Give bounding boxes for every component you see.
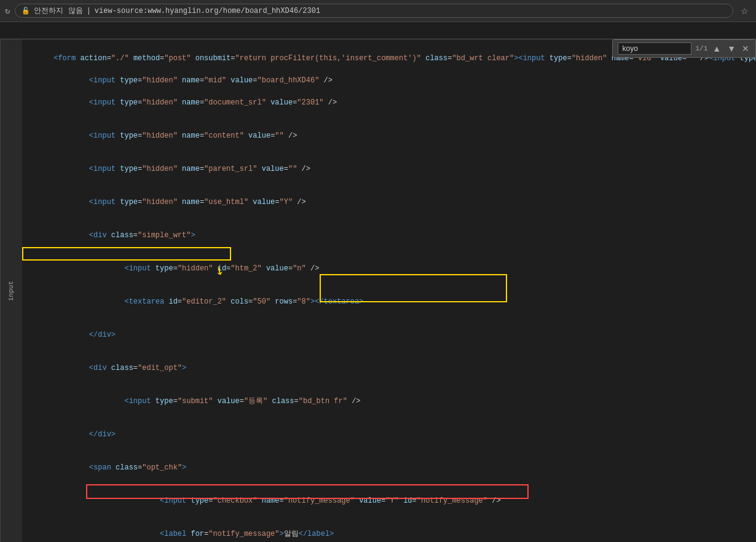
find-count: 1/1 <box>695 44 707 54</box>
bookmark-button[interactable]: ☆ <box>738 5 751 17</box>
find-input[interactable] <box>618 42 691 55</box>
reload-icon[interactable]: ↻ <box>5 6 10 16</box>
browser-chrome: ↻ 🔓 안전하지 않음 | view-source:www.hyanglin.o… <box>0 0 756 22</box>
address-separator: | <box>87 7 91 15</box>
source-line-15: <input type="checkbox" name="notify_mess… <box>22 484 756 517</box>
address-text: view-source:www.hyanglin.org/home/board_… <box>95 7 320 15</box>
security-icon: 🔓 <box>22 7 30 15</box>
find-next-button[interactable]: ▼ <box>726 44 737 53</box>
source-line-16: <label for="notify_message">알림</label> <box>22 517 756 542</box>
address-bar-row <box>0 22 756 39</box>
source-line-8: <input type="hidden" id="htm_2" value="n… <box>22 252 756 285</box>
source-line-6: <input type="hidden" name="use_html" val… <box>22 186 756 219</box>
source-line-12: <input type="submit" value="등록" class="b… <box>22 385 756 418</box>
find-close-button[interactable]: ✕ <box>741 44 750 53</box>
source-line-11: <div class="edit_opt"> <box>22 352 756 385</box>
source-line-2: <input type="hidden" name="mid" value="b… <box>22 64 756 86</box>
source-content: <form action="./" method="post" onsubmit… <box>22 42 756 542</box>
browser-actions: ☆ <box>738 5 751 17</box>
security-label: 안전하지 않음 <box>34 6 82 16</box>
source-line-5: <input type="hidden" name="parent_srl" v… <box>22 152 756 186</box>
left-tab-input: input <box>0 39 22 542</box>
source-line-3: <input type="hidden" name="document_srl"… <box>22 86 756 119</box>
source-line-7: <div class="simple_wrt"> <box>22 219 756 252</box>
source-line-14: <span class="opt_chk"> <box>22 451 756 484</box>
source-line-9: <textarea id="editor_2" cols="50" rows="… <box>22 285 756 318</box>
source-line-10: </div> <box>22 318 756 352</box>
source-line-4: <input type="hidden" name="content" valu… <box>22 119 756 152</box>
find-prev-button[interactable]: ▲ <box>711 44 722 53</box>
source-line-13: </div> <box>22 418 756 451</box>
find-bar: 1/1 ▲ ▼ ✕ <box>612 39 756 58</box>
source-view: 1/1 ▲ ▼ ✕ input <form action="./" method… <box>0 39 756 542</box>
address-bar[interactable]: 🔓 안전하지 않음 | view-source:www.hyanglin.org… <box>15 4 733 18</box>
